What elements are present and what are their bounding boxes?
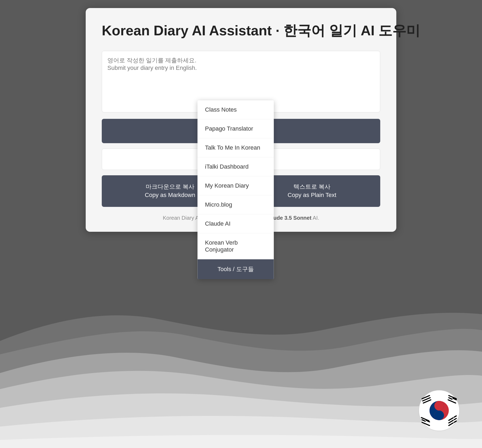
- dropdown-item-papago[interactable]: Papago Translator: [198, 119, 274, 138]
- dropdown-item-microblog[interactable]: Micro.blog: [198, 195, 274, 214]
- dropdown-item-italki[interactable]: iTalki Dashboard: [198, 157, 274, 176]
- page-title: Korean Diary AI Assistant · 한국어 일기 AI 도우…: [102, 21, 380, 40]
- dropdown-item-ttmik[interactable]: Talk To Me In Korean: [198, 138, 274, 157]
- dropdown-item-class-notes[interactable]: Class Notes: [198, 100, 274, 119]
- dropdown-item-verb-conjugator[interactable]: Korean Verb Conjugator: [198, 233, 274, 259]
- dropdown-item-my-korean-diary[interactable]: My Korean Diary: [198, 176, 274, 195]
- dropdown-item-claude-ai[interactable]: Claude AI: [198, 214, 274, 233]
- svg-point-2: [434, 401, 444, 411]
- svg-point-3: [434, 411, 444, 420]
- korean-flag: [418, 389, 461, 432]
- dropdown-menu: Class Notes Papago Translator Talk To Me…: [198, 100, 274, 279]
- dropdown-tools-button[interactable]: Tools / 도구들: [198, 259, 274, 279]
